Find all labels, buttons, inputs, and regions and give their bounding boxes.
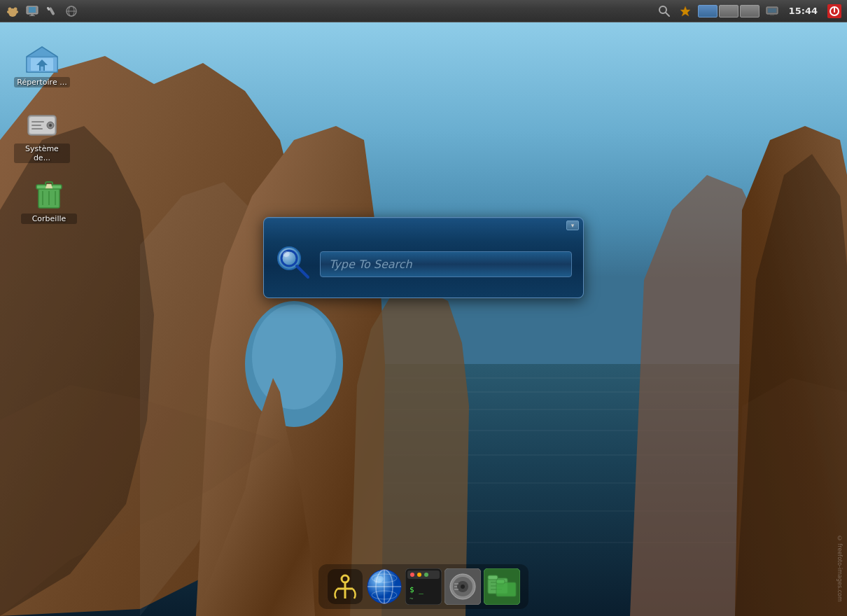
svg-line-68 [297, 266, 308, 277]
filesystem-icon-label: Système de... [14, 144, 70, 163]
dialog-dropdown-button[interactable]: ▾ [566, 220, 579, 230]
workspace-switcher [698, 5, 760, 18]
workspace-1-button[interactable] [698, 5, 718, 18]
svg-point-83 [410, 573, 414, 577]
svg-point-26 [7, 10, 10, 13]
network-icon [65, 5, 78, 18]
search-placeholder: Type To Search [329, 258, 412, 271]
show-desktop-button[interactable] [24, 3, 41, 20]
star-icon [679, 5, 692, 18]
dock-icon-awn[interactable] [327, 568, 363, 605]
taskbar-right-area: 15:44 [656, 3, 843, 20]
desktop-icon-trash[interactable]: Corbeille [21, 178, 77, 224]
svg-rect-32 [48, 6, 55, 15]
folder-home-icon [25, 42, 59, 76]
watermark: © freefoto-images.com [836, 536, 843, 602]
dialog-content: Type To Search [264, 230, 583, 298]
dialog-titlebar: ▾ [264, 218, 583, 230]
magnifier-icon [658, 5, 671, 18]
svg-rect-57 [31, 125, 41, 126]
bottom-dock: $ _ ~ [318, 564, 528, 609]
background-image [0, 0, 847, 616]
home-icon-label: Répertoire ... [14, 77, 70, 88]
svg-line-38 [666, 13, 669, 16]
svg-rect-29 [29, 7, 36, 13]
svg-rect-51 [41, 66, 43, 71]
wrench-icon [46, 5, 58, 18]
monitor-icon [26, 5, 38, 18]
paw-icon [6, 4, 20, 18]
network-button[interactable] [63, 3, 80, 20]
svg-rect-98 [488, 575, 498, 580]
svg-point-24 [8, 7, 12, 10]
svg-rect-30 [31, 14, 34, 15]
power-button[interactable] [826, 3, 843, 20]
svg-text:~: ~ [410, 595, 414, 602]
taskbar-left-area [4, 3, 80, 20]
svg-text:$ _: $ _ [410, 585, 424, 594]
svg-rect-41 [768, 8, 776, 13]
workspace-3-button[interactable] [740, 5, 760, 18]
harddrive-icon [25, 108, 59, 142]
screen-icon [766, 5, 778, 18]
svg-point-92 [461, 584, 465, 589]
dock-icon-disks[interactable] [444, 568, 481, 605]
trash-icon [32, 178, 66, 212]
taskbar-top: 15:44 [0, 0, 847, 22]
search-dialog: ▾ [263, 217, 584, 298]
svg-marker-39 [680, 6, 690, 16]
desktop-icon-home[interactable]: Répertoire ... [14, 42, 70, 88]
search-icon-large [275, 244, 312, 284]
svg-rect-56 [31, 121, 44, 122]
app-launcher-button[interactable] [4, 3, 21, 20]
effects-button[interactable] [677, 3, 694, 20]
search-input[interactable]: Type To Search [320, 251, 572, 277]
power-icon [827, 4, 841, 18]
svg-rect-31 [29, 15, 35, 16]
svg-point-55 [49, 124, 52, 127]
svg-point-27 [15, 10, 18, 13]
svg-marker-65 [46, 184, 52, 188]
svg-point-85 [424, 573, 428, 577]
workspace-2-button[interactable] [719, 5, 738, 18]
svg-point-25 [14, 7, 18, 10]
screen-button[interactable] [764, 3, 780, 20]
search-applet-button[interactable] [656, 3, 673, 20]
clock-display: 15:44 [785, 6, 822, 16]
desktop-icon-filesystem[interactable]: Système de... [14, 108, 70, 163]
configure-button[interactable] [43, 3, 60, 20]
svg-rect-42 [770, 14, 774, 15]
desktop: 15:44 Répertoire . [0, 0, 847, 616]
dock-icon-terminal[interactable]: $ _ ~ [405, 568, 442, 605]
svg-rect-103 [496, 580, 505, 584]
svg-rect-102 [496, 582, 516, 596]
trash-icon-label: Corbeille [21, 214, 77, 224]
svg-point-84 [417, 573, 421, 577]
dock-icon-browser[interactable] [366, 568, 402, 605]
svg-rect-58 [31, 128, 43, 130]
dock-icon-filemanager[interactable] [484, 568, 520, 605]
